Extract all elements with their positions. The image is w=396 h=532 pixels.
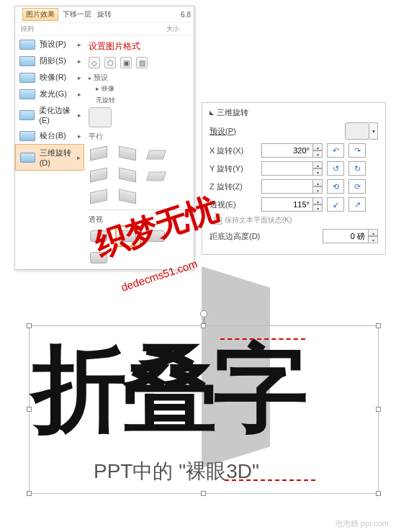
effects-menu: 预设(P)▸ 阴影(S)▸ 映像(R)▸ 发光(G)▸ 柔化边缘(E)▸ 棱台(… [15, 36, 84, 269]
credit-text: 泡泡糖 ppt.com [335, 518, 389, 529]
spin-down[interactable]: ▾ [312, 186, 323, 194]
gallery-title: 设置图片格式 [89, 40, 189, 53]
spin-down[interactable]: ▾ [312, 150, 323, 158]
menu-item-3d-rotation[interactable]: 三维旋转(D)▸ [15, 144, 84, 171]
menu-item-glow[interactable]: 发光(G)▸ [15, 86, 84, 102]
rotation-preset[interactable] [89, 145, 110, 162]
x-rotation-label: X 旋转(X) [210, 145, 261, 156]
preset-none[interactable] [89, 107, 112, 127]
keep-text-flat-row[interactable]: 保持文本平面状态(K) [214, 215, 378, 225]
none-label: 无旋转 [96, 96, 189, 105]
spin-up[interactable]: ▴ [312, 161, 323, 168]
slide-canvas: 折叠字 PPT中的 "裸眼3D" [14, 245, 382, 511]
resize-handle[interactable] [376, 323, 381, 328]
red-guide-bottom [225, 479, 315, 481]
distance-label: 距底边高度(D) [210, 231, 279, 242]
layout-icon[interactable]: ▣ [120, 57, 132, 68]
headline-text[interactable]: 折叠字 [32, 325, 304, 454]
preset-swatch[interactable] [345, 122, 369, 140]
menu-label: 柔化边缘(E) [39, 105, 80, 125]
subtitle-text[interactable]: PPT中的 "裸眼3D" [94, 458, 259, 485]
resize-handle[interactable] [376, 407, 381, 412]
x-rotation-input[interactable] [261, 143, 313, 158]
picture-effects-dropdown[interactable]: 图片效果 [22, 8, 58, 21]
spin-down[interactable]: ▾ [312, 204, 323, 212]
rotate-up-icon[interactable]: ↺ [327, 161, 344, 176]
rotate-left-icon[interactable]: ↶ [327, 143, 344, 158]
menu-label: 三维旋转(D) [40, 148, 79, 167]
menu-label: 发光(G) [40, 89, 67, 99]
z-rotation-input[interactable] [261, 179, 313, 194]
toolbar-item[interactable]: 旋转 [97, 9, 112, 19]
red-guide-top [220, 338, 305, 340]
spin-up[interactable]: ▴ [368, 229, 378, 236]
spin-up[interactable]: ▴ [312, 179, 323, 186]
toolbar-item[interactable]: 下移一层 [63, 9, 91, 19]
menu-item-shadow[interactable]: 阴影(S)▸ [15, 53, 84, 69]
rotation-preset[interactable] [117, 145, 139, 162]
section-parallel: 平行 [89, 132, 189, 142]
rotation-handle[interactable] [200, 310, 207, 317]
spin-up[interactable]: ▴ [312, 143, 323, 150]
keep-text-flat-label: 保持文本平面状态(K) [225, 215, 292, 225]
spin-down[interactable]: ▾ [312, 168, 323, 176]
resize-handle[interactable] [27, 491, 32, 496]
menu-item-reflection[interactable]: 映像(R)▸ [15, 69, 84, 86]
ribbon-group-labels: 排列 大小 [15, 23, 194, 36]
rotation-preset[interactable] [89, 188, 110, 205]
menu-label: 棱台(B) [40, 130, 66, 141]
picture-icon[interactable]: ▨ [136, 57, 148, 68]
fill-icon[interactable]: ◇ [89, 57, 100, 68]
perspective-wide-icon[interactable]: ↗ [348, 197, 366, 212]
menu-item-preset[interactable]: 预设(P)▸ [15, 36, 84, 53]
section-sub: ▸ 映像 [96, 84, 189, 94]
rotation-preset[interactable] [117, 166, 139, 184]
menu-label: 映像(R) [40, 72, 66, 83]
rotate-down-icon[interactable]: ↻ [348, 161, 366, 176]
y-rotation-input[interactable] [261, 161, 313, 176]
resize-handle[interactable] [27, 323, 32, 328]
rotate-cw-icon[interactable]: ⟲ [327, 179, 344, 194]
spin-down[interactable]: ▾ [368, 236, 378, 243]
perspective-input[interactable] [261, 197, 313, 212]
size-value[interactable]: 6.8 [181, 11, 191, 19]
3d-rotation-title: 三维旋转 [210, 107, 378, 118]
group-label-arrange: 排列 [21, 24, 34, 34]
resize-handle[interactable] [201, 491, 206, 496]
ribbon-header: 图片效果 下移一层 旋转 6.8 [15, 6, 194, 23]
preset-dropdown[interactable]: ▾ [369, 122, 378, 140]
group-label-size: 大小 [166, 24, 179, 34]
format-tool-icons: ◇ ⬠ ▣ ▨ [89, 57, 189, 68]
resize-handle[interactable] [376, 491, 381, 496]
section-preset: 预设 [89, 73, 189, 83]
rotation-preset[interactable] [89, 166, 110, 184]
menu-label: 阴影(S) [40, 55, 66, 66]
z-rotation-label: Z 旋转(Z) [210, 181, 261, 192]
rotation-preset[interactable] [146, 145, 168, 162]
menu-label: 预设(P) [40, 39, 66, 50]
spin-up[interactable]: ▴ [312, 197, 323, 204]
resize-handle[interactable] [27, 407, 32, 412]
rotate-right-icon[interactable]: ↷ [348, 143, 366, 158]
menu-item-softedge[interactable]: 柔化边缘(E)▸ [15, 102, 84, 127]
rotate-ccw-icon[interactable]: ⟳ [348, 179, 366, 194]
preset-label: 预设(P) [210, 126, 261, 137]
rotation-preset[interactable] [146, 166, 168, 184]
3d-rotation-panel: 三维旋转 预设(P) ▾ X 旋转(X) ▴▾ ↶ ↷ Y 旋转(Y) ▴▾ ↺… [202, 102, 386, 255]
perspective-narrow-icon[interactable]: ↙ [327, 197, 344, 212]
distance-input[interactable] [323, 229, 369, 243]
y-rotation-label: Y 旋转(Y) [210, 163, 261, 174]
effects-icon[interactable]: ⬠ [104, 57, 116, 68]
rotation-preset[interactable] [117, 188, 139, 205]
menu-item-bevel[interactable]: 棱台(B)▸ [15, 127, 84, 144]
parallel-grid [89, 145, 189, 205]
